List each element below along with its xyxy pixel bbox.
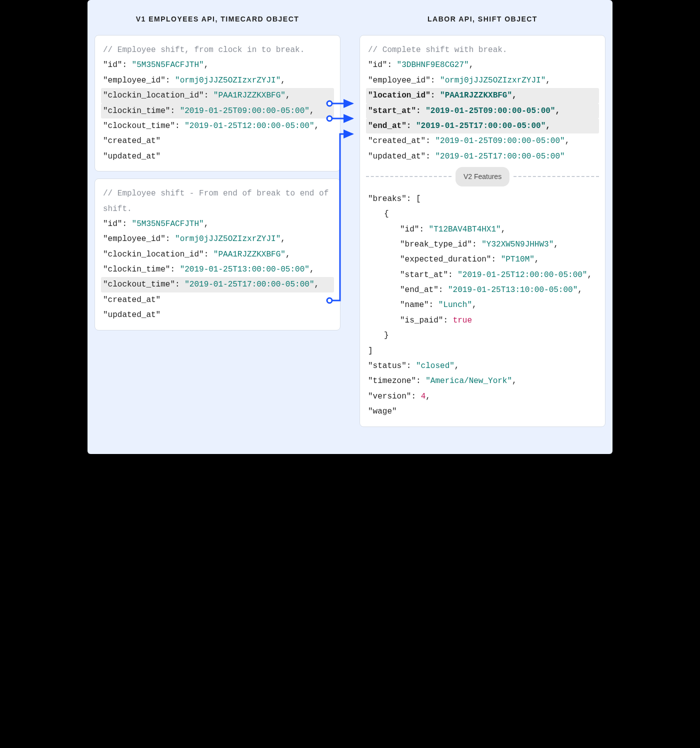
code-line: "clockout_time": "2019-01-25T12:00:00-05… — [101, 118, 334, 134]
code-line-highlight-bold: "location_id": "PAA1RJZZKXBFG", — [366, 88, 599, 103]
code-line: "timezone": "America/New_York", — [366, 374, 599, 388]
diagram-canvas: V1 EMPLOYEES API, TIMECARD OBJECT // Emp… — [88, 0, 612, 454]
code-line: "updated_at" — [101, 308, 334, 322]
code-line: "created_at": "2019-01-25T09:00:00-05:00… — [366, 134, 599, 148]
code-line: "employee_id": "ormj0jJJZ5OZIzxrZYJI", — [101, 73, 334, 88]
code-line: ] — [366, 344, 599, 358]
code-line: "break_type_id": "Y32XW5N9JHHW3", — [366, 237, 599, 252]
code-line: "status": "closed", — [366, 358, 599, 374]
comment: // Employee shift - From end of break to… — [101, 186, 334, 216]
code-line: "id": "5M35N5FACFJTH", — [101, 58, 334, 72]
code-line: "end_at": "2019-01-25T13:10:00-05:00", — [366, 282, 599, 298]
code-line: "is_paid": true — [366, 313, 599, 328]
code-line: "name": "Lunch", — [366, 298, 599, 312]
code-line-highlight: "clockin_location_id": "PAA1RJZZKXBFG", — [101, 88, 334, 103]
code-line: "id": "3DBHNF9E8CG27", — [366, 58, 599, 72]
comment: // Employee shift, from clock in to brea… — [101, 42, 334, 58]
v2-features-divider: V2 Features — [366, 167, 599, 186]
right-card: // Complete shift with break. "id": "3DB… — [360, 35, 606, 427]
code-line: "clockin_location_id": "PAA1RJZZKXBFG", — [101, 247, 334, 262]
v2-features-badge: V2 Features — [456, 167, 510, 186]
code-line: "breaks": [ — [366, 192, 599, 206]
code-line-highlight-bold: "end_at": "2019-01-25T17:00:00-05:00", — [366, 118, 599, 134]
code-line: "created_at" — [101, 134, 334, 148]
right-column: LABOR API, SHIFT OBJECT // Complete shif… — [360, 0, 606, 434]
code-line-highlight: "clockin_time": "2019-01-25T09:00:00-05:… — [101, 104, 334, 118]
left-card-2: // Employee shift - From end of break to… — [94, 178, 340, 330]
code-line: "wage" — [366, 404, 599, 419]
code-line: "start_at": "2019-01-25T12:00:00-05:00", — [366, 268, 599, 282]
divider-line — [366, 176, 452, 178]
code-line-highlight: "clockout_time": "2019-01-25T17:00:00-05… — [101, 277, 334, 292]
code-line: "clockin_time": "2019-01-25T13:00:00-05:… — [101, 262, 334, 277]
left-card-1: // Employee shift, from clock in to brea… — [94, 35, 340, 172]
code-line: "employee_id": "ormj0jJJZ5OZIzxrZYJI", — [366, 73, 599, 88]
code-line: "updated_at" — [101, 149, 334, 164]
code-line: "created_at" — [101, 292, 334, 308]
code-line: { — [366, 206, 599, 222]
code-line: "id": "T12BAV4BT4HX1", — [366, 222, 599, 237]
code-line: "id": "5M35N5FACFJTH", — [101, 216, 334, 232]
left-column: V1 EMPLOYEES API, TIMECARD OBJECT // Emp… — [94, 0, 340, 434]
code-line: "updated_at": "2019-01-25T17:00:00-05:00… — [366, 149, 599, 164]
code-line: } — [366, 328, 599, 343]
code-line: "expected_duration": "PT10M", — [366, 252, 599, 267]
comment: // Complete shift with break. — [366, 42, 599, 58]
left-column-header: V1 EMPLOYEES API, TIMECARD OBJECT — [94, 0, 340, 35]
divider-line — [514, 176, 599, 178]
code-line: "employee_id": "ormj0jJJZ5OZIzxrZYJI", — [101, 232, 334, 246]
code-line-highlight-bold: "start_at": "2019-01-25T09:00:00-05:00", — [366, 104, 599, 118]
code-line: "version": 4, — [366, 389, 599, 404]
columns: V1 EMPLOYEES API, TIMECARD OBJECT // Emp… — [94, 0, 606, 434]
right-column-header: LABOR API, SHIFT OBJECT — [360, 0, 606, 35]
